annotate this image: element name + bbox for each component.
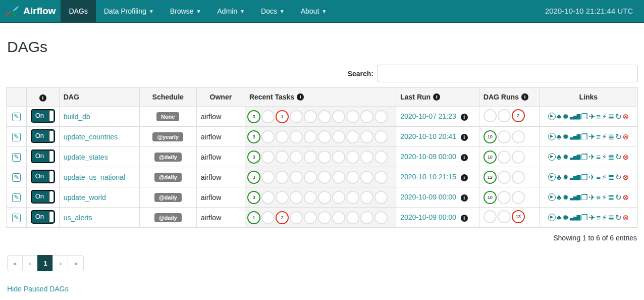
upstream_failed-count-circle[interactable] — [290, 211, 303, 224]
none-count-circle[interactable] — [360, 151, 373, 164]
task-tries-icon[interactable]: ❐ — [581, 173, 587, 182]
edit-dag-icon[interactable]: ✎ — [12, 153, 21, 162]
trigger-dag-icon[interactable]: ▶ — [548, 133, 556, 140]
edit-dag-icon[interactable]: ✎ — [12, 133, 21, 141]
task-duration-icon[interactable]: ▃▅▇ — [570, 114, 580, 119]
info-icon[interactable]: i — [461, 154, 468, 161]
info-icon[interactable]: i — [521, 93, 528, 101]
info-icon[interactable]: i — [461, 194, 468, 202]
upstream_failed-count-circle[interactable] — [290, 171, 303, 184]
dag-name-link[interactable]: update_world — [64, 193, 106, 202]
success-count-circle[interactable]: 10 — [484, 151, 497, 164]
success-count-circle[interactable]: 3 — [247, 171, 260, 184]
failed-count-circle[interactable] — [512, 130, 525, 143]
pagination-button[interactable]: › — [52, 255, 68, 271]
dag-pause-toggle[interactable]: On — [31, 170, 55, 183]
trigger-dag-icon[interactable]: ▶ — [548, 193, 556, 201]
landing-times-icon[interactable]: ✈ — [589, 112, 596, 121]
last-run-link[interactable]: 2020-10-10 21:15 — [400, 173, 456, 181]
task-tries-icon[interactable]: ❐ — [581, 153, 587, 162]
gantt-view-icon[interactable]: ≡ — [596, 132, 601, 141]
code-view-icon[interactable]: ⚡ — [602, 193, 607, 202]
upstream_failed-count-circle[interactable] — [290, 191, 303, 204]
dag-details-icon[interactable]: ≣ — [608, 213, 614, 222]
header-dag[interactable]: DAG — [59, 88, 139, 107]
pagination-button[interactable]: » — [68, 255, 83, 271]
graph-view-icon[interactable]: ✹ — [562, 193, 569, 202]
dag-name-link[interactable]: update_countries — [64, 133, 118, 141]
task-tries-icon[interactable]: ❐ — [581, 213, 587, 222]
edit-dag-icon[interactable]: ✎ — [12, 214, 21, 222]
success-count-circle[interactable]: 3 — [247, 151, 260, 164]
pagination-button[interactable]: « — [7, 255, 23, 271]
running-count-circle[interactable] — [261, 130, 275, 143]
queued-count-circle[interactable] — [346, 171, 359, 184]
code-view-icon[interactable]: ⚡ — [602, 132, 607, 141]
success-count-circle[interactable]: 3 — [247, 110, 260, 123]
refresh-icon[interactable]: ↻ — [615, 213, 622, 222]
running-count-circle[interactable] — [498, 191, 511, 204]
nav-item-about[interactable]: About▼ — [293, 0, 335, 22]
header-last-run[interactable]: Last Runi — [396, 88, 479, 107]
trigger-dag-icon[interactable]: ▶ — [548, 173, 556, 181]
skipped-count-circle[interactable] — [304, 211, 317, 224]
gantt-view-icon[interactable]: ≡ — [596, 193, 601, 202]
task-duration-icon[interactable]: ▃▅▇ — [570, 174, 580, 180]
dag-pause-toggle[interactable]: On — [31, 109, 55, 123]
pagination-button[interactable]: ‹ — [22, 255, 38, 271]
running-count-circle[interactable] — [261, 110, 275, 123]
none-count-circle[interactable] — [360, 171, 373, 184]
task-tries-icon[interactable]: ❐ — [581, 112, 587, 121]
code-view-icon[interactable]: ⚡ — [602, 112, 607, 121]
upstream_failed-count-circle[interactable] — [290, 130, 303, 143]
dag-details-icon[interactable]: ≣ — [608, 193, 614, 202]
nav-item-browse[interactable]: Browse▼ — [162, 0, 209, 22]
skipped-count-circle[interactable] — [304, 130, 317, 143]
graph-view-icon[interactable]: ✹ — [562, 153, 569, 162]
up_for_retry-count-circle[interactable] — [318, 171, 331, 184]
dag-pause-toggle[interactable]: On — [31, 190, 55, 204]
edit-dag-icon[interactable]: ✎ — [12, 193, 21, 202]
info-icon[interactable]: i — [39, 94, 46, 102]
dag-details-icon[interactable]: ≣ — [608, 112, 614, 121]
scheduled-count-circle[interactable] — [374, 151, 388, 164]
gantt-view-icon[interactable]: ≡ — [596, 153, 601, 161]
success-count-circle[interactable]: 10 — [484, 191, 497, 204]
tree-view-icon[interactable]: ♣ — [557, 173, 562, 181]
queued-count-circle[interactable] — [346, 191, 359, 204]
success-count-circle[interactable]: 3 — [247, 130, 260, 143]
dag-pause-toggle[interactable]: On — [31, 210, 55, 224]
dag-pause-toggle[interactable]: On — [31, 129, 55, 143]
last-run-link[interactable]: 2020-10-09 00:00 — [400, 193, 456, 201]
scheduled-count-circle[interactable] — [374, 171, 388, 184]
dag-details-icon[interactable]: ≣ — [608, 132, 614, 141]
up_for_retry-count-circle[interactable] — [318, 211, 331, 224]
success-count-circle[interactable] — [484, 210, 497, 223]
skipped-count-circle[interactable] — [304, 151, 317, 164]
info-icon[interactable]: i — [461, 134, 468, 141]
running-count-circle[interactable] — [261, 171, 275, 184]
success-count-circle[interactable]: 3 — [247, 191, 260, 204]
up_for_reschedule-count-circle[interactable] — [332, 171, 345, 184]
gantt-view-icon[interactable]: ≡ — [596, 112, 601, 121]
info-icon[interactable]: i — [461, 215, 468, 222]
up_for_reschedule-count-circle[interactable] — [332, 151, 345, 164]
task-duration-icon[interactable]: ▃▅▇ — [570, 134, 580, 139]
dag-name-link[interactable]: us_alerts — [64, 214, 92, 222]
success-count-circle[interactable]: 1 — [247, 211, 260, 224]
delete-dag-icon[interactable]: ⊗ — [623, 132, 629, 141]
failed-count-circle[interactable] — [512, 171, 525, 184]
delete-dag-icon[interactable]: ⊗ — [623, 173, 629, 182]
failed-count-circle[interactable]: 13 — [512, 210, 525, 223]
refresh-icon[interactable]: ↻ — [615, 153, 622, 162]
queued-count-circle[interactable] — [346, 130, 359, 143]
landing-times-icon[interactable]: ✈ — [589, 193, 596, 202]
task-duration-icon[interactable]: ▃▅▇ — [570, 215, 580, 220]
dag-details-icon[interactable]: ≣ — [608, 173, 614, 182]
graph-view-icon[interactable]: ✹ — [562, 213, 569, 222]
none-count-circle[interactable] — [360, 130, 373, 143]
landing-times-icon[interactable]: ✈ — [589, 213, 596, 222]
search-input[interactable] — [378, 65, 638, 82]
failed-count-circle[interactable] — [276, 171, 289, 184]
running-count-circle[interactable] — [261, 151, 275, 164]
